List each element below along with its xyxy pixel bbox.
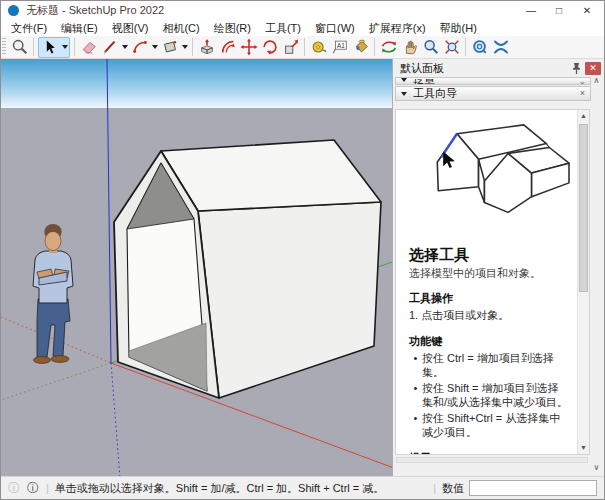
scrollbar-up-icon[interactable]: ▲ — [578, 110, 589, 122]
operation-item: 1. 点击项目或对象。 — [409, 308, 569, 323]
menu-help[interactable]: 帮助(H) — [433, 20, 484, 37]
scale-tool-button[interactable] — [280, 37, 301, 57]
status-message: 单击或拖动以选择对象。Shift = 加/减。Ctrl = 加。Shift + … — [55, 481, 384, 496]
text-label-icon: A1 — [331, 38, 349, 56]
section-scenes[interactable]: 场景 × — [395, 77, 591, 85]
panel-title: 默认面板 — [400, 61, 571, 76]
move-icon — [240, 38, 258, 56]
tape-measure-icon — [310, 38, 328, 56]
menu-file[interactable]: 文件(F) — [4, 20, 54, 37]
bullet-icon: • — [409, 351, 422, 380]
zoom-window-tool-button[interactable] — [9, 37, 30, 57]
zoom-extents-tool-button[interactable] — [441, 37, 462, 57]
panel-scroll-down-icon[interactable]: ∨ — [591, 463, 602, 472]
tape-measure-tool-button[interactable] — [308, 37, 329, 57]
menu-camera[interactable]: 相机(C) — [155, 20, 206, 37]
select-cursor-icon — [42, 39, 58, 55]
viewport[interactable] — [1, 59, 392, 476]
select-tool-group — [38, 37, 70, 58]
menu-view[interactable]: 视图(V) — [105, 20, 156, 37]
offset-icon — [219, 38, 237, 56]
move-tool-button[interactable] — [238, 37, 259, 57]
sketchup-window: 无标题 - SketchUp Pro 2022 — □ ✕ 文件(F) 编辑(E… — [0, 0, 605, 500]
instructor-content: 选择工具 选择模型中的项目和对象。 工具操作 1. 点击项目或对象。 功能键 •… — [395, 109, 590, 455]
line-tool-button[interactable] — [99, 37, 120, 57]
svg-text:A1: A1 — [337, 42, 345, 49]
zoom-tool-button[interactable] — [420, 37, 441, 57]
geolocation-icon[interactable]: ⓘ — [8, 480, 20, 497]
line-pencil-icon — [101, 38, 119, 56]
maximize-button[interactable]: □ — [545, 2, 573, 19]
collapse-arrow-icon — [401, 92, 407, 96]
shapes-tool-button[interactable] — [159, 37, 180, 57]
push-pull-tool-button[interactable] — [196, 37, 217, 57]
zoom-icon — [422, 38, 440, 56]
measurements-input[interactable] — [469, 480, 597, 496]
orbit-tool-button[interactable] — [378, 37, 399, 57]
status-separator: | — [46, 482, 49, 494]
line-tool-dropdown[interactable] — [120, 37, 129, 57]
extension-b-icon — [492, 38, 510, 56]
toolbar: A1 — [1, 36, 604, 59]
rectangle-icon — [161, 38, 179, 56]
pan-hand-icon — [401, 38, 419, 56]
scrollbar-down-icon[interactable]: ▼ — [578, 442, 589, 454]
close-button[interactable]: ✕ — [573, 2, 601, 19]
key-item-text: 按住 Shift+Ctrl = 从选择集中减少项目。 — [422, 411, 569, 440]
arc-tool-button[interactable] — [129, 37, 150, 57]
operation-heading: 工具操作 — [409, 291, 569, 306]
key-item: • 按住 Ctrl = 增加项目到选择集。 — [409, 351, 569, 380]
arc-tool-dropdown[interactable] — [150, 37, 159, 57]
status-separator: | — [433, 482, 436, 494]
pin-icon[interactable] — [571, 62, 582, 75]
window-title: 无标题 - SketchUp Pro 2022 — [26, 3, 164, 18]
scale-icon — [282, 38, 300, 56]
eraser-icon — [80, 38, 98, 56]
section-scenes-label: 场景 — [413, 78, 580, 85]
status-bar: ⓘ ⓘ | 单击或拖动以选择对象。Shift = 加/减。Ctrl = 加。Sh… — [1, 476, 604, 499]
section-instructor-label: 工具向导 — [413, 87, 580, 100]
menu-extensions[interactable]: 扩展程序(x) — [362, 20, 433, 37]
menu-window[interactable]: 窗口(W) — [308, 20, 362, 37]
menu-edit[interactable]: 编辑(E) — [54, 20, 105, 37]
select-tool-button[interactable] — [39, 37, 60, 57]
paint-bucket-tool-button[interactable] — [350, 37, 371, 57]
key-item-text: 按住 Ctrl = 增加项目到选择集。 — [422, 351, 569, 380]
minimize-button[interactable]: — — [517, 2, 545, 19]
panel-close-button[interactable]: ✕ — [585, 62, 601, 75]
menu-bar: 文件(F) 编辑(E) 视图(V) 相机(C) 绘图(R) 工具(T) 窗口(W… — [1, 20, 604, 36]
collapse-arrow-icon — [401, 78, 407, 82]
shapes-tool-dropdown[interactable] — [180, 37, 189, 57]
menu-draw[interactable]: 绘图(R) — [207, 20, 258, 37]
extension-a-icon — [471, 38, 489, 56]
rotate-icon — [261, 38, 279, 56]
rotate-tool-button[interactable] — [259, 37, 280, 57]
key-item-text: 按住 Shift = 增加项目到选择集和/或从选择集中减少项目。 — [422, 381, 569, 410]
eraser-tool-button[interactable] — [78, 37, 99, 57]
horizontal-scrollbar[interactable] — [396, 457, 588, 463]
extension-a-tool-button[interactable] — [469, 37, 490, 57]
offset-tool-button[interactable] — [217, 37, 238, 57]
section-instructor[interactable]: 工具向导 × — [395, 86, 591, 101]
tips-heading: 提示 — [409, 451, 569, 455]
default-tray-panel: 默认面板 ✕ ∧ 场景 × 工具向导 × — [392, 59, 604, 476]
text-tool-button[interactable]: A1 — [329, 37, 350, 57]
zoom-extents-icon — [443, 38, 461, 56]
main-area: 默认面板 ✕ ∧ 场景 × 工具向导 × — [1, 59, 604, 476]
key-item: • 按住 Shift = 增加项目到选择集和/或从选择集中减少项目。 — [409, 381, 569, 410]
extension-b-tool-button[interactable] — [490, 37, 511, 57]
select-tool-dropdown[interactable] — [60, 37, 69, 57]
instructor-scrollbar[interactable]: ▲ ▼ — [577, 110, 589, 454]
measurements-label: 数值 — [442, 481, 464, 496]
section-instructor-close-icon[interactable]: × — [580, 87, 585, 100]
section-scenes-close-icon[interactable]: × — [580, 78, 585, 85]
toolbar-grip[interactable] — [2, 38, 6, 56]
arc-icon — [131, 38, 149, 56]
help-info-icon[interactable]: ⓘ — [27, 480, 39, 497]
pan-tool-button[interactable] — [399, 37, 420, 57]
menu-tools[interactable]: 工具(T) — [258, 20, 308, 37]
scrollbar-thumb[interactable] — [579, 124, 588, 292]
panel-scroll-up-icon[interactable]: ∧ — [591, 76, 602, 85]
panel-header[interactable]: 默认面板 ✕ — [393, 59, 604, 76]
viewport-canvas[interactable] — [1, 59, 392, 478]
